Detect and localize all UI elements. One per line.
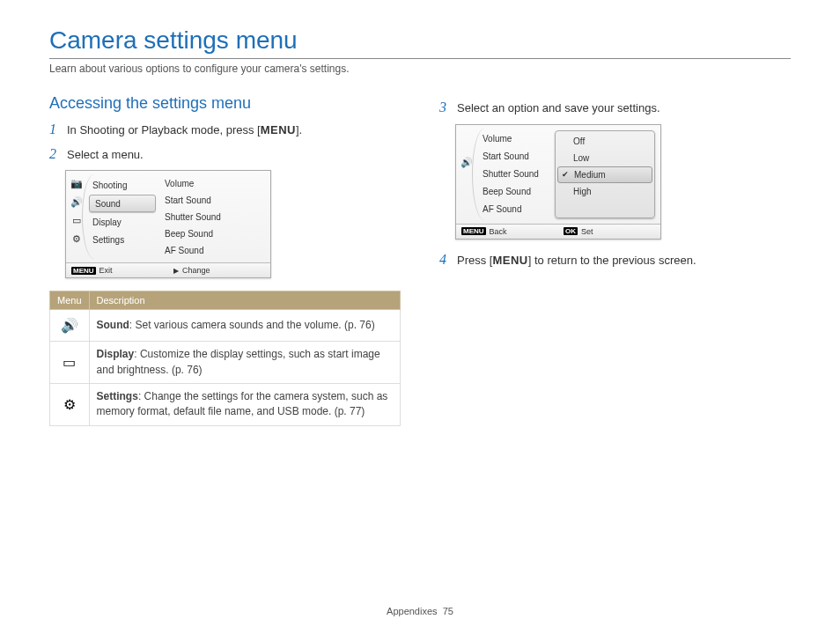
row-desc: : Customize the display settings, such a… bbox=[97, 348, 380, 375]
menu-item-display[interactable]: Display bbox=[87, 213, 158, 231]
menu-button-label: MENU bbox=[261, 123, 296, 136]
screen-footer: MENU Back OK Set bbox=[456, 224, 660, 239]
right-column: 3 Select an option and save your setting… bbox=[439, 94, 791, 426]
display-icon: ▭ bbox=[50, 342, 90, 384]
page-subtitle: Learn about various options to configure… bbox=[49, 63, 791, 75]
footer-exit-label: Exit bbox=[99, 266, 113, 275]
sound-icon: 🔊 bbox=[70, 196, 83, 208]
menu-icon: MENU bbox=[461, 227, 486, 235]
sound-icon: 🔊 bbox=[461, 157, 473, 168]
gear-icon: ⚙ bbox=[70, 233, 83, 245]
step-number: 2 bbox=[49, 146, 62, 162]
gear-icon: ⚙ bbox=[50, 383, 90, 425]
menu-item-label: Sound bbox=[95, 199, 121, 209]
footer-change-label: Change bbox=[182, 266, 210, 275]
table-cell-desc: Settings: Change the settings for the ca… bbox=[89, 383, 400, 425]
page-title: Camera settings menu bbox=[49, 26, 791, 55]
left-column: Accessing the settings menu 1 In Shootin… bbox=[49, 94, 401, 426]
screen-left-icons: 📷 🔊 ▭ ⚙ bbox=[66, 171, 87, 262]
step4-suffix: ] to return to the previous screen. bbox=[528, 254, 696, 267]
step-text: Select a menu. bbox=[67, 146, 144, 164]
option-label: Shutter Sound bbox=[483, 169, 539, 179]
camera-screen-menu: 📷 🔊 ▭ ⚙ Shooting Sound Display Settings … bbox=[65, 170, 271, 278]
camera-icon: 📷 bbox=[70, 178, 83, 189]
menu-item-sound[interactable]: Sound bbox=[89, 195, 156, 212]
option-label: Start Sound bbox=[483, 151, 529, 161]
footer-set-label: Set bbox=[581, 227, 593, 236]
option-start-sound[interactable]: Start Sound bbox=[161, 193, 267, 207]
menu-item-settings[interactable]: Settings bbox=[87, 231, 158, 248]
step-text: In Shooting or Playback mode, press [MEN… bbox=[67, 122, 302, 139]
step1-suffix: ]. bbox=[296, 123, 302, 136]
page-footer: Appendixes 75 bbox=[0, 606, 840, 616]
menu-item-label: Shooting bbox=[92, 181, 127, 190]
value-off[interactable]: Off bbox=[557, 133, 652, 150]
section-heading: Accessing the settings menu bbox=[49, 94, 401, 113]
option-label: Beep Sound bbox=[483, 187, 531, 196]
camera-screen-option: 🔊 Volume Start Sound Shutter Sound Beep … bbox=[455, 124, 661, 240]
value-low[interactable]: Low bbox=[557, 150, 652, 166]
menu-button-label: MENU bbox=[492, 254, 527, 267]
option-shutter-sound[interactable]: Shutter Sound bbox=[477, 166, 555, 183]
step-3: 3 Select an option and save your setting… bbox=[439, 100, 791, 117]
option-start-sound[interactable]: Start Sound bbox=[477, 148, 555, 166]
table-cell-desc: Sound: Set various camera sounds and the… bbox=[89, 310, 400, 342]
step-number: 4 bbox=[439, 252, 452, 268]
step-text: Press [MENU] to return to the previous s… bbox=[457, 252, 696, 269]
row-label: Settings bbox=[97, 390, 138, 402]
option-volume[interactable]: Volume bbox=[161, 176, 267, 190]
option-shutter-sound[interactable]: Shutter Sound bbox=[161, 210, 267, 224]
screen-footer: MENU Exit ▶ Change bbox=[66, 262, 270, 277]
page-number: 75 bbox=[443, 606, 453, 616]
menu-item-shooting[interactable]: Shooting bbox=[87, 176, 158, 194]
screen-menu-list: Shooting Sound Display Settings bbox=[87, 171, 158, 262]
row-label: Display bbox=[97, 348, 135, 360]
step4-prefix: Press [ bbox=[457, 254, 492, 267]
menu-item-label: Settings bbox=[92, 235, 124, 245]
table-row: 🔊 Sound: Set various camera sounds and t… bbox=[50, 310, 401, 342]
option-af-sound[interactable]: AF Sound bbox=[161, 243, 267, 257]
option-beep-sound[interactable]: Beep Sound bbox=[161, 226, 267, 240]
step-text: Select an option and save your settings. bbox=[457, 100, 660, 117]
footer-back[interactable]: MENU Back bbox=[456, 225, 558, 239]
menu-description-table: Menu Description 🔊 Sound: Set various ca… bbox=[49, 291, 401, 426]
step-number: 1 bbox=[49, 122, 62, 137]
table-row: ▭ Display: Customize the display setting… bbox=[50, 342, 401, 384]
step1-prefix: In Shooting or Playback mode, press [ bbox=[67, 123, 261, 136]
step-1: 1 In Shooting or Playback mode, press [M… bbox=[49, 122, 401, 139]
option-label: Volume bbox=[483, 134, 512, 144]
screen-left-icons: 🔊 bbox=[456, 125, 477, 224]
row-label: Sound bbox=[97, 319, 129, 331]
menu-item-label: Display bbox=[92, 217, 122, 227]
title-divider bbox=[49, 58, 791, 59]
table-head-desc: Description bbox=[89, 291, 400, 310]
table-row: ⚙ Settings: Change the settings for the … bbox=[50, 383, 401, 425]
footer-section: Appendixes bbox=[387, 606, 438, 616]
option-af-sound[interactable]: AF Sound bbox=[477, 201, 555, 218]
footer-exit[interactable]: MENU Exit bbox=[66, 263, 168, 277]
table-head-menu: Menu bbox=[50, 291, 90, 310]
menu-icon: MENU bbox=[71, 267, 96, 275]
footer-set[interactable]: OK Set bbox=[558, 225, 660, 239]
value-popup: Off Low Medium High bbox=[555, 130, 655, 218]
step-number: 3 bbox=[439, 100, 452, 115]
sound-icon: 🔊 bbox=[50, 310, 90, 342]
option-volume[interactable]: Volume bbox=[477, 130, 555, 148]
screen-option-list: Volume Start Sound Shutter Sound Beep So… bbox=[477, 125, 555, 224]
footer-back-label: Back bbox=[490, 227, 507, 236]
option-label: AF Sound bbox=[483, 204, 521, 214]
value-high[interactable]: High bbox=[557, 183, 652, 200]
play-icon: ▶ bbox=[173, 267, 179, 275]
screen-option-list: Volume Start Sound Shutter Sound Beep So… bbox=[158, 171, 270, 262]
row-desc: : Change the settings for the camera sys… bbox=[97, 390, 388, 417]
value-medium[interactable]: Medium bbox=[557, 166, 652, 183]
option-beep-sound[interactable]: Beep Sound bbox=[477, 183, 555, 201]
display-icon: ▭ bbox=[70, 215, 83, 226]
step-4: 4 Press [MENU] to return to the previous… bbox=[439, 252, 791, 269]
footer-change[interactable]: ▶ Change bbox=[168, 263, 270, 277]
step-2: 2 Select a menu. bbox=[49, 146, 401, 164]
row-desc: : Set various camera sounds and the volu… bbox=[129, 319, 375, 331]
ok-icon: OK bbox=[564, 227, 578, 235]
table-cell-desc: Display: Customize the display settings,… bbox=[89, 342, 400, 384]
